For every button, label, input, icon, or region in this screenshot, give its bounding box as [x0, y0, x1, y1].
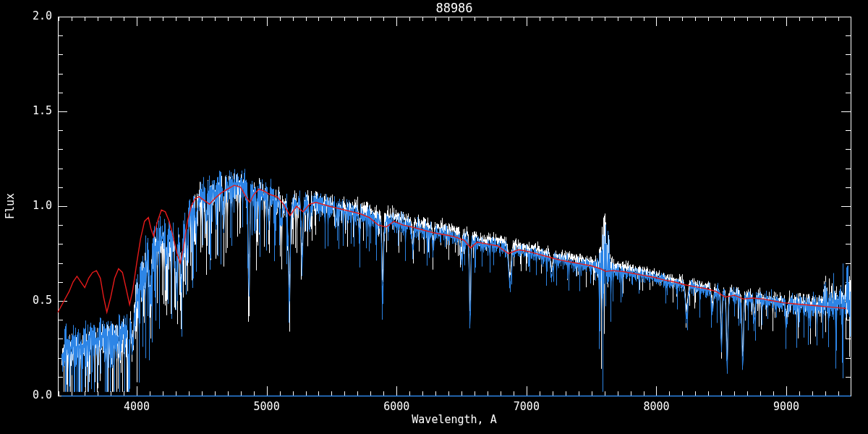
- x-tick-label: 7000: [501, 401, 553, 412]
- spectrum-plot-canvas: [0, 0, 868, 434]
- x-axis-label: Wavelength, A: [58, 414, 851, 425]
- y-tick-label: 0.5: [19, 295, 52, 306]
- chart-title: 88986: [58, 2, 851, 14]
- x-tick-label: 8000: [630, 401, 682, 412]
- x-tick-label: 4000: [111, 401, 163, 412]
- x-tick-label: 5000: [241, 401, 293, 412]
- x-tick-label: 9000: [760, 401, 812, 412]
- x-tick-label: 6000: [370, 401, 422, 412]
- y-tick-label: 1.5: [19, 106, 52, 116]
- y-tick-label: 2.0: [19, 11, 52, 22]
- y-tick-label: 1.0: [19, 200, 52, 211]
- spectrum-chart-window: 88986 Wavelength, A Flux 400050006000700…: [0, 0, 868, 434]
- y-tick-label: 0.0: [19, 390, 52, 401]
